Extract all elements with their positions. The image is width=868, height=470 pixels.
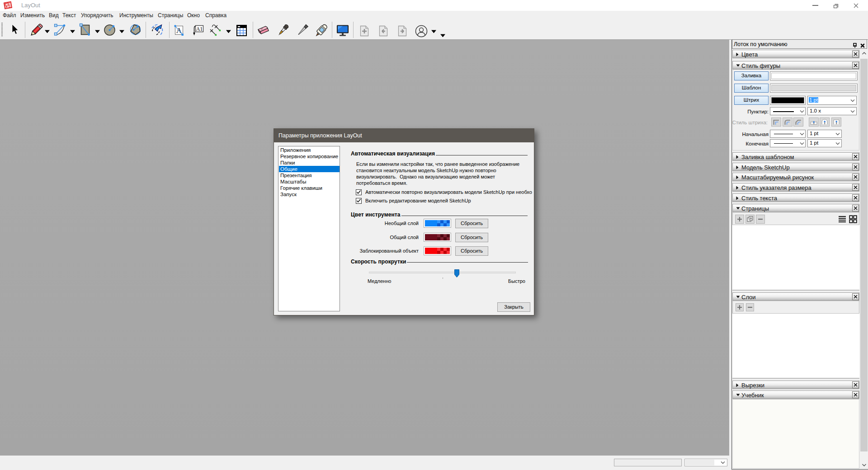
svg-text:A1: A1 [196,26,203,32]
